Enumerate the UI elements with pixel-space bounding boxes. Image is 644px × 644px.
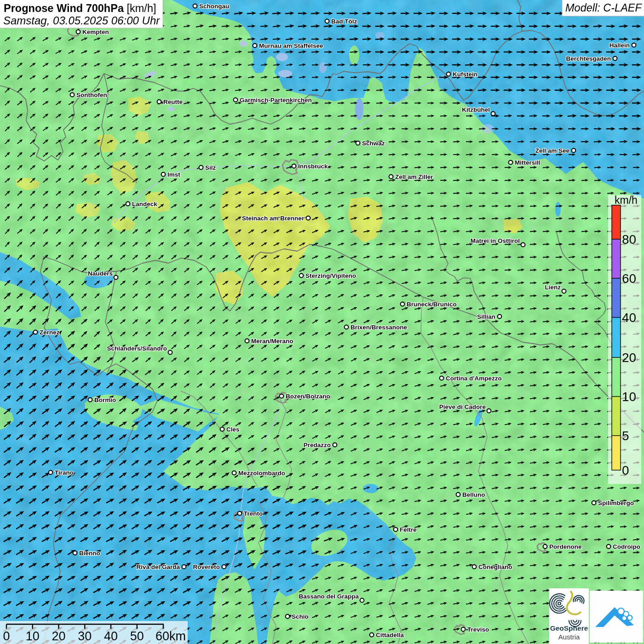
svg-text:Berchtesgaden: Berchtesgaden [566,55,611,62]
svg-text:Bassano del Grappa: Bassano del Grappa [299,593,359,600]
svg-text:Prognose Wind 700hPa [km/h]: Prognose Wind 700hPa [km/h] [4,2,156,14]
svg-text:Sillian: Sillian [477,313,495,320]
svg-text:40: 40 [104,629,118,643]
svg-text:Kempten: Kempten [82,29,109,35]
svg-text:60km: 60km [155,629,186,643]
svg-text:Pordenone: Pordenone [549,543,582,550]
svg-text:Schlanders/Silandro: Schlanders/Silandro [107,345,167,352]
svg-text:Garmisch-Partenkirchen: Garmisch-Partenkirchen [240,97,312,104]
svg-text:Steinach am Brenner: Steinach am Brenner [242,215,305,222]
svg-text:20: 20 [622,351,636,365]
svg-text:5: 5 [622,429,629,443]
svg-text:Trento: Trento [244,510,263,517]
svg-text:Conegliano: Conegliano [478,564,512,570]
svg-text:Zell am See: Zell am See [535,147,570,154]
svg-text:Zell am Ziller: Zell am Ziller [395,173,433,180]
svg-text:Reutte: Reutte [163,98,183,105]
svg-text:Brixen/Bressanone: Brixen/Bressanone [351,324,408,331]
svg-text:Cles: Cles [226,426,240,433]
svg-text:Sonthofen: Sonthofen [76,92,107,98]
svg-text:Innsbruck: Innsbruck [298,163,328,170]
svg-text:Kitzbühel: Kitzbühel [462,106,490,113]
svg-text:Lienz: Lienz [545,284,561,291]
svg-text:Predazzo: Predazzo [304,442,331,448]
svg-text:Pieve di Cadore: Pieve di Cadore [439,403,486,410]
svg-text:Kufstein: Kufstein [453,71,477,78]
svg-text:Bad Tölz: Bad Tölz [331,18,357,25]
svg-text:Bozen/Bolzano: Bozen/Bolzano [286,393,330,400]
svg-text:Cortina d'Ampezzo: Cortina d'Ampezzo [446,375,502,382]
svg-text:50: 50 [130,629,144,643]
svg-text:60: 60 [622,271,636,286]
svg-text:Cittadella: Cittadella [376,632,404,638]
svg-text:Silz: Silz [205,164,216,171]
svg-text:Imst: Imst [167,171,180,178]
svg-text:Mittersill: Mittersill [515,159,540,166]
svg-text:80: 80 [622,232,636,247]
svg-text:Nauders: Nauders [88,270,113,277]
svg-text:Zernez: Zernez [40,329,60,336]
svg-text:Bormio: Bormio [94,397,116,403]
svg-text:Matrei in Osttirol: Matrei in Osttirol [471,237,520,244]
svg-text:Hallein: Hallein [610,42,630,49]
svg-text:Riva del Garda: Riva del Garda [136,564,180,570]
svg-text:10: 10 [26,629,40,643]
svg-text:Tirano: Tirano [55,469,74,476]
svg-text:Schongau: Schongau [199,3,229,10]
svg-text:Belluno: Belluno [462,491,485,498]
svg-text:Feltre: Feltre [400,526,417,533]
svg-text:0: 0 [3,629,10,643]
svg-text:30: 30 [78,629,92,643]
svg-text:km/h: km/h [615,194,638,206]
svg-text:Bruneck/Brunico: Bruneck/Brunico [407,301,457,308]
svg-text:Modell: C-LAEF: Modell: C-LAEF [565,2,642,14]
svg-text:10: 10 [622,390,636,404]
svg-text:40: 40 [622,310,636,325]
svg-text:Samstag, 03.05.2025 06:00 Uhr: Samstag, 03.05.2025 06:00 Uhr [3,14,160,27]
svg-text:Mezzolombardo: Mezzolombardo [238,470,285,477]
svg-text:Schio: Schio [292,613,309,620]
svg-text:Landeck: Landeck [132,201,157,207]
svg-text:Spilimbergo: Spilimbergo [598,500,634,506]
svg-text:GeoSphere: GeoSphere [550,624,588,632]
svg-text:Meran/Merano: Meran/Merano [251,338,293,345]
svg-text:Rovereto: Rovereto [193,564,220,570]
svg-text:Treviso: Treviso [467,626,489,633]
svg-text:Schwaz: Schwaz [362,140,385,147]
svg-text:Codroipo: Codroipo [613,543,640,550]
svg-text:0: 0 [622,463,629,477]
svg-text:Austria: Austria [558,633,580,641]
svg-text:Sterzing/Vipiteno: Sterzing/Vipiteno [305,272,356,279]
svg-text:Murnau am Staffelsee: Murnau am Staffelsee [259,42,323,49]
svg-text:20: 20 [52,629,65,643]
svg-text:Bienno: Bienno [79,550,100,557]
